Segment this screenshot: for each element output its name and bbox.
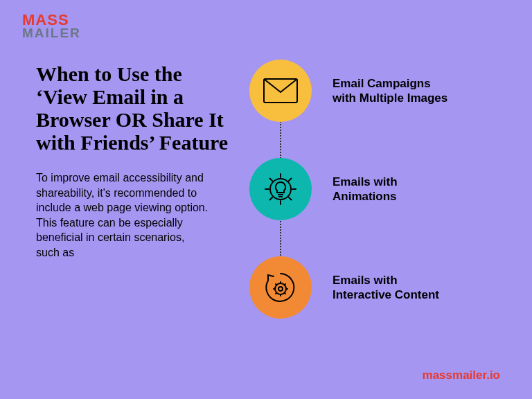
left-column: When to Use the ‘View Email in a Browser… [36,62,230,260]
footer-url: massmailer.io [423,369,500,382]
timeline-item-label: Emails with Interactive Content [332,273,457,303]
svg-line-8 [289,197,292,200]
svg-line-7 [270,197,273,200]
brand-logo: MASS MAILER [22,14,81,39]
svg-line-6 [289,179,292,181]
svg-line-21 [285,293,286,294]
timeline: Email Campaigns with Multiple Images [249,60,513,355]
timeline-icon-circle [249,158,312,220]
timeline-icon-circle [249,256,312,319]
timeline-item: Email Campaigns with Multiple Images [249,60,513,122]
page-title: When to Use the ‘View Email in a Browser… [36,62,230,154]
svg-line-5 [270,179,273,181]
svg-line-19 [285,284,286,285]
gear-bulb-icon [263,171,299,207]
svg-line-20 [276,293,277,294]
gear-cycle-icon [263,269,299,305]
svg-point-13 [278,287,283,291]
envelope-icon [263,78,298,103]
svg-line-18 [276,284,277,285]
timeline-item-label: Email Campaigns with Multiple Images [332,76,457,106]
page-body: To improve email accessibility and share… [36,170,209,260]
brand-logo-top: MASS [22,14,81,27]
timeline-icon-circle [249,60,312,122]
timeline-item-label: Emails with Animations [332,175,457,204]
timeline-item: Emails with Interactive Content [249,256,513,319]
timeline-item: Emails with Animations [249,158,513,220]
brand-logo-bottom: MAILER [22,28,81,39]
